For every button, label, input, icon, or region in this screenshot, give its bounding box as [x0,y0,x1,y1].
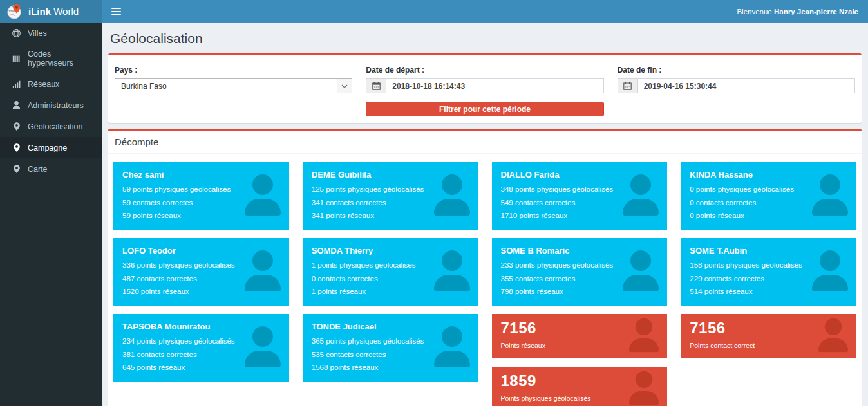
end-date-label: Date de fin : [618,66,855,75]
sidebar-item-label: Carte [28,165,48,174]
total-card-points-contact: 7156 Points contact correct [681,314,856,358]
person-silhouette-icon [434,326,470,370]
agent-card: TAPSOBA Mouniratou 234 points physiques … [113,314,289,382]
sidebar-item-label: Administrateurs [28,101,84,110]
person-silhouette-icon [812,174,848,218]
start-date-filter: Date de départ : [366,62,603,116]
globe-icon [11,28,22,38]
filters-panel: Pays : Burkina Faso Date de départ : [108,53,862,123]
sidebar-item-label: Réseaux [28,80,59,89]
brand-title-bold: iLink [28,6,51,17]
total-card-points-reseaux: 7156 Points réseaux [492,314,668,358]
sidebar-item-codes-hyperviseurs[interactable]: Codes hyperviseurs [0,44,102,73]
calendar-icon [618,78,637,93]
person-silhouette-icon [245,250,281,294]
page-title: Géolocalisation [110,31,862,46]
barcode-icon [11,54,22,64]
main-content: Géolocalisation Pays : Burkina Faso [102,23,868,406]
sidebar-item-reseaux[interactable]: Réseaux [0,73,102,95]
agent-card: DEME Guibilila 125 points physiques géol… [303,162,478,230]
country-select-value: Burkina Faso [115,82,337,91]
map-marker-icon [11,122,22,131]
start-date-input[interactable] [386,78,603,93]
person-silhouette-icon [623,174,659,218]
person-silhouette-icon [434,174,470,218]
map-marker-icon [11,143,22,152]
chevron-down-icon [337,79,352,93]
sidebar-item-label: Campagne [28,143,67,152]
welcome-user-name: Hanry Jean-pierre Nzale [774,8,858,15]
top-navbar: Bienvenue Hanry Jean-pierre Nzale [102,0,868,23]
sidebar-item-villes[interactable]: Villes [0,23,102,44]
sidebar-item-geolocalisation[interactable]: Géolocalisation [0,116,102,137]
country-label: Pays : [115,66,352,75]
sidebar-item-carte[interactable]: Carte [0,158,102,180]
person-silhouette-icon [818,318,848,355]
sidebar-item-administrateurs[interactable]: Administrateurs [0,95,102,116]
end-date-input[interactable] [637,78,855,93]
end-date-filter: Date de fin : [618,62,855,116]
calendar-icon [366,78,386,93]
sidebar-item-label: Villes [28,29,47,38]
signal-bars-icon [11,79,22,89]
decompte-panel: Décompte Chez sami 59 points physiques g… [108,129,862,406]
total-card-points-physiques: 1859 Points physiques géolocalisés [492,367,668,406]
brand-title: iLink World [28,6,79,17]
start-date-label: Date de départ : [366,66,603,75]
map-marker-icon [11,164,22,174]
agent-card: SOME T.Aubin 158 points physiques géoloc… [681,238,856,306]
welcome-message: Bienvenue Hanry Jean-pierre Nzale [737,8,858,15]
agent-card: LOFO Teodor 336 points physiques géoloca… [113,238,289,306]
agent-card: DIALLO Farida 348 points physiques géolo… [492,162,668,230]
agent-card: TONDE Judicael 365 points physiques géol… [303,314,478,382]
sidebar-item-campagne[interactable]: Campagne [0,137,102,158]
person-silhouette-icon [245,326,281,370]
agent-card: Chez sami 59 points physiques géolocalis… [113,162,289,230]
agent-card: KINDA Hassane 0 points physiques géoloca… [681,162,856,230]
person-silhouette-icon [434,250,470,294]
person-silhouette-icon [629,318,659,355]
person-silhouette-icon [245,174,281,218]
person-silhouette-icon [812,250,848,294]
sidebar-item-label: Codes hyperviseurs [28,50,99,68]
ilink-globe-logo-icon [6,3,23,20]
person-silhouette-icon [629,371,659,406]
sidebar: iLink World Villes Codes hyperviseurs [0,0,102,406]
app-window: iLink World Villes Codes hyperviseurs [0,0,868,406]
agent-card: SOME B Romaric 233 points physiques géol… [492,238,668,306]
country-select[interactable]: Burkina Faso [115,78,352,93]
country-filter: Pays : Burkina Faso [115,62,352,116]
decompte-title: Décompte [108,131,862,154]
person-silhouette-icon [623,250,659,294]
user-icon [11,100,22,110]
brand-title-light: World [53,6,79,17]
agent-card: SOMDA Thierry 1 points physiques géoloca… [303,238,478,306]
cards-grid: Chez sami 59 points physiques géolocalis… [108,154,862,406]
sidebar-toggle-hamburger-icon[interactable] [111,0,131,23]
filter-period-button[interactable]: Filtrer pour cette période [366,102,603,116]
sidebar-menu: Villes Codes hyperviseurs Réseaux [0,23,102,180]
sidebar-item-label: Géolocalisation [28,122,82,131]
welcome-prefix: Bienvenue [737,8,774,15]
brand-logo[interactable]: iLink World [0,0,102,23]
